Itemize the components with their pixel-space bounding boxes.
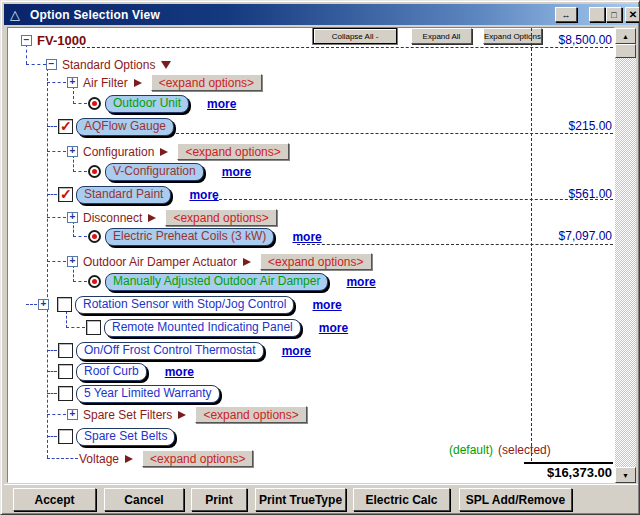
more-link[interactable]: more bbox=[319, 321, 348, 335]
option-checkbox[interactable] bbox=[58, 119, 73, 134]
more-link[interactable]: more bbox=[207, 97, 236, 111]
option-price: $561.00 bbox=[569, 187, 612, 201]
tree-row: + Air Filter <expand options> bbox=[8, 72, 614, 93]
option-button[interactable]: V-Configuration bbox=[105, 163, 204, 181]
option-button[interactable]: AQFlow Gauge bbox=[76, 118, 174, 136]
expand-toggle-icon[interactable]: − bbox=[46, 59, 57, 70]
option-checkbox[interactable] bbox=[57, 297, 72, 312]
option-button[interactable]: Manually Adjusted Outdoor Air Damper bbox=[105, 273, 328, 291]
maximize-button[interactable]: □ bbox=[606, 7, 622, 22]
option-radio[interactable] bbox=[88, 275, 101, 288]
tree-row: Remote Mounted Indicating Panel more bbox=[8, 317, 614, 338]
tree-panel: Collapse All - Expand All Expand Options… bbox=[7, 27, 615, 483]
flag-icon bbox=[161, 61, 171, 69]
scrollbar-thumb[interactable] bbox=[615, 44, 636, 58]
option-checkbox[interactable] bbox=[58, 187, 73, 202]
option-radio[interactable] bbox=[88, 165, 101, 178]
radio-dot-icon bbox=[92, 234, 97, 239]
group-label: Spare Set Filters bbox=[83, 408, 172, 422]
tree-row: V-Configuration more bbox=[8, 161, 614, 182]
legend: (default) (selected) bbox=[449, 443, 551, 457]
scroll-down-icon[interactable]: ▼ bbox=[615, 467, 636, 483]
more-link[interactable]: more bbox=[282, 344, 311, 358]
expand-toggle-icon[interactable]: − bbox=[21, 35, 32, 46]
expand-toggle-icon[interactable]: + bbox=[67, 409, 78, 420]
expand-options-button[interactable]: <expand options> bbox=[165, 209, 276, 226]
cancel-button[interactable]: Cancel bbox=[104, 488, 184, 511]
app-triangle-icon: △ bbox=[6, 6, 24, 23]
expand-options-button[interactable]: <expand options> bbox=[195, 406, 306, 423]
tree-row: Standard Paint more $561.00 bbox=[8, 184, 614, 205]
tree-row: + Disconnect <expand options> bbox=[8, 207, 614, 228]
tree-row: + Rotation Sensor with Stop/Jog Control … bbox=[8, 294, 614, 315]
expand-options-button[interactable]: <expand options> bbox=[151, 74, 262, 91]
expand-options-button[interactable]: <expand options> bbox=[177, 143, 288, 160]
option-button[interactable]: Remote Mounted Indicating Panel bbox=[104, 319, 301, 337]
more-link[interactable]: more bbox=[222, 165, 251, 179]
option-radio[interactable] bbox=[88, 97, 101, 110]
tree-row: + Spare Set Filters <expand options> bbox=[8, 404, 614, 425]
option-button[interactable]: On/Off Frost Control Thermostat bbox=[76, 342, 264, 360]
group-label: Voltage bbox=[79, 452, 119, 466]
flag-icon bbox=[148, 214, 156, 222]
group-label: FV-1000 bbox=[37, 33, 86, 48]
expand-toggle-icon[interactable]: + bbox=[38, 299, 49, 310]
expand-toggle-icon[interactable]: + bbox=[67, 146, 78, 157]
electric-calc-button[interactable]: Electric Calc bbox=[353, 488, 450, 511]
group-label: Configuration bbox=[83, 145, 154, 159]
flag-icon bbox=[160, 148, 168, 156]
expand-toggle-icon[interactable]: + bbox=[67, 212, 78, 223]
close-button[interactable]: ✕ bbox=[625, 7, 640, 22]
more-link[interactable]: more bbox=[346, 275, 375, 289]
flag-icon bbox=[125, 455, 133, 463]
resize-button[interactable]: ↔ bbox=[555, 7, 577, 22]
option-button[interactable]: Outdoor Unit bbox=[105, 95, 189, 113]
title-bar: △ Option Selection View ↔ _ □ ✕ bbox=[4, 4, 638, 25]
more-link[interactable]: more bbox=[165, 365, 194, 379]
tree-row: Outdoor Unit more bbox=[8, 93, 614, 114]
expand-toggle-icon[interactable]: + bbox=[67, 77, 78, 88]
print-button[interactable]: Print bbox=[191, 488, 247, 511]
group-label: Disconnect bbox=[83, 211, 142, 225]
tree-row: On/Off Frost Control Thermostat more bbox=[8, 340, 614, 361]
option-button[interactable]: Standard Paint bbox=[76, 186, 171, 204]
tree-row: + Configuration <expand options> bbox=[8, 141, 614, 162]
option-checkbox[interactable] bbox=[86, 320, 101, 335]
option-checkbox[interactable] bbox=[58, 429, 73, 444]
expand-options-button[interactable]: <expand options> bbox=[260, 253, 371, 270]
accept-button[interactable]: Accept bbox=[13, 488, 96, 511]
print-truetype-button[interactable]: Print TrueType bbox=[255, 488, 346, 511]
flag-icon bbox=[178, 411, 186, 419]
minimize-button[interactable]: _ bbox=[589, 7, 605, 22]
legend-default: (default) bbox=[449, 443, 493, 457]
more-link[interactable]: more bbox=[292, 230, 321, 244]
option-checkbox[interactable] bbox=[58, 386, 73, 401]
option-button[interactable]: Rotation Sensor with Stop/Jog Control bbox=[75, 296, 294, 314]
option-checkbox[interactable] bbox=[58, 343, 73, 358]
more-link[interactable]: more bbox=[189, 188, 218, 202]
more-link[interactable]: more bbox=[312, 298, 341, 312]
option-button[interactable]: Roof Curb bbox=[76, 363, 147, 381]
spl-add-remove-button[interactable]: SPL Add/Remove bbox=[459, 488, 572, 511]
expand-options-button[interactable]: <expand options> bbox=[142, 450, 253, 467]
tree-row: Roof Curb more bbox=[8, 361, 614, 382]
tree-row: Electric Preheat Coils (3 kW) more $7,09… bbox=[8, 226, 614, 247]
option-button[interactable]: 5 Year Limited Warranty bbox=[76, 385, 220, 403]
radio-dot-icon bbox=[92, 279, 97, 284]
option-button[interactable]: Electric Preheat Coils (3 kW) bbox=[105, 228, 274, 246]
group-label: Outdoor Air Damper Actuator bbox=[83, 255, 237, 269]
window-title: Option Selection View bbox=[30, 8, 160, 22]
option-price: $7,097.00 bbox=[559, 229, 612, 243]
expand-toggle-icon[interactable]: + bbox=[67, 256, 78, 267]
option-checkbox[interactable] bbox=[58, 364, 73, 379]
flag-icon bbox=[134, 79, 142, 87]
option-price: $215.00 bbox=[569, 119, 612, 133]
tree-row: − FV-1000 $8,500.00 bbox=[8, 30, 614, 51]
group-label: Air Filter bbox=[83, 76, 128, 90]
scroll-up-icon[interactable]: ▲ bbox=[615, 28, 636, 44]
vertical-scrollbar[interactable]: ▲ ▼ bbox=[615, 28, 636, 483]
option-button[interactable]: Spare Set Belts bbox=[76, 428, 175, 446]
flag-icon bbox=[243, 258, 251, 266]
footer-button-bar: AcceptCancelPrintPrint TrueTypeElectric … bbox=[4, 484, 638, 513]
option-radio[interactable] bbox=[88, 230, 101, 243]
